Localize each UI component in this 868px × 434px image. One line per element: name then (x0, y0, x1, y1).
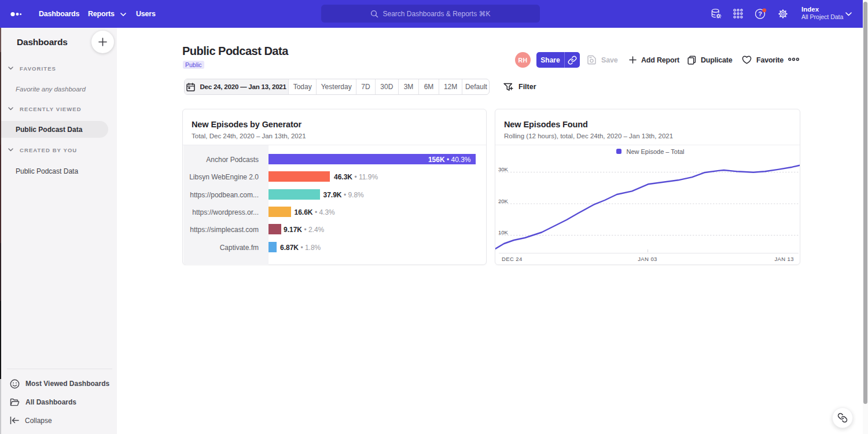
svg-text:?: ? (758, 10, 762, 17)
